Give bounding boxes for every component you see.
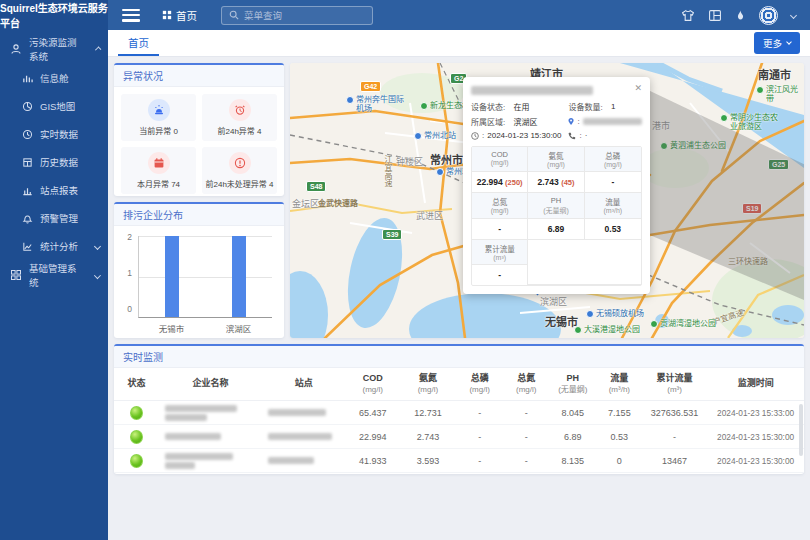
column-header: 站点 (262, 378, 345, 389)
header-home-link[interactable]: 首页 (162, 8, 197, 23)
x-axis-labels: 无锡市滨湖区 (138, 322, 272, 334)
sidebar-section-pollution-monitor[interactable]: 污染源监测系统 (0, 34, 108, 64)
table-scrollbar-thumb[interactable] (799, 404, 803, 456)
tp-cell: - (456, 456, 504, 466)
road-shield: S39 (382, 229, 402, 240)
metric-value: 2.743 (45) (528, 172, 584, 193)
monitor-table: 状态 企业名称 站点 COD(mg/l) 氨氮(mg/l) 总磷(mg/l) 总… (114, 368, 804, 473)
metric-header: COD(mg/l) (472, 147, 528, 172)
metric-value: - (472, 219, 528, 240)
station-cell (262, 409, 345, 416)
popup-metrics-table: COD(mg/l) 氨氮(mg/l) 总磷(mg/l) 22.994 (250)… (471, 146, 642, 286)
gis-map[interactable]: G42 G2 S229 S48 S39 S38 S19 G25 靖江市 南通市 … (290, 63, 804, 338)
map-poi-park: 贡湖湾湿地公园 (650, 319, 716, 328)
metric-header: 总氮(mg/l) (472, 193, 528, 219)
column-header: PH(无量纲) (549, 373, 597, 394)
map-label-district: 武进区 (416, 209, 443, 222)
tab-home[interactable]: 首页 (118, 30, 159, 56)
app-logo: Squirrel生态环境云服务平台 (0, 0, 108, 30)
sidebar-item-info-cabin[interactable]: 信息舱 (0, 64, 108, 92)
map-label-city: 常州市 (430, 151, 463, 167)
total-flow-cell: 13467 (642, 456, 708, 466)
time-cell: 2024-01-23 15:30:00 (707, 432, 804, 442)
status-online-dot (130, 454, 143, 468)
cod-cell: 65.437 (345, 408, 400, 418)
siren-icon (148, 99, 170, 121)
flame-icon[interactable] (735, 9, 746, 22)
park-marker-icon (650, 320, 658, 328)
time-cell: 2024-01-23 15:33:00 (707, 408, 804, 418)
chevron-up-icon (95, 46, 101, 52)
user-menu-chevron-icon[interactable] (790, 11, 797, 18)
metric-header: PH(无量纲) (528, 193, 584, 219)
search-input[interactable] (244, 10, 365, 21)
column-header: 总磷(mg/l) (456, 373, 504, 394)
more-button[interactable]: 更多 (754, 32, 800, 54)
map-label-district: 钟楼区 (396, 155, 423, 168)
popup-close-icon[interactable]: ✕ (634, 84, 642, 93)
metric-value: 0.53 (585, 219, 641, 240)
table-row[interactable]: 22.994 2.743 - - 6.89 0.53 - 2024-01-23 … (114, 425, 804, 449)
table-row[interactable]: 65.437 12.731 - - 8.045 7.155 327636.531… (114, 401, 804, 425)
flow-cell: 0 (597, 456, 642, 466)
alarm-clock-icon (229, 99, 251, 121)
realtime-monitor-panel: 实时监测 状态 企业名称 站点 COD(mg/l) 氨氮(mg/l) 总磷(mg… (114, 344, 804, 474)
main-content: 异常状况 当前异常 0 前24h异常 4 (108, 57, 810, 540)
tab-bar: 首页 更多 (108, 30, 810, 57)
card-24h-abnormal[interactable]: 前24h异常 4 (202, 94, 277, 141)
base-system-icon (10, 269, 22, 281)
chevron-down-icon (94, 272, 101, 279)
sidebar-item-realtime-data[interactable]: 实时数据 (0, 120, 108, 148)
history-grid-icon (22, 157, 33, 168)
map-poi-airport: 无锡硕放机场 (586, 309, 644, 318)
x-tick-label: 滨湖区 (226, 322, 252, 334)
airport-marker-icon (586, 310, 594, 318)
report-columns-icon (22, 185, 33, 196)
ph-cell: 8.135 (549, 456, 597, 466)
sidebar-item-warning-mgmt[interactable]: 预警管理 (0, 204, 108, 232)
station-cell (262, 433, 345, 440)
theme-shirt-icon[interactable] (681, 9, 695, 22)
menu-search[interactable] (221, 6, 373, 25)
sidebar-section-label: 污染源监测系统 (29, 35, 82, 63)
sidebar-item-history-data[interactable]: 历史数据 (0, 148, 108, 176)
sidebar-item-gis-map[interactable]: GIS地图 (0, 92, 108, 120)
bar-滨湖区 (232, 236, 246, 317)
sidebar-item-stat-analysis[interactable]: 统计分析 (0, 232, 108, 260)
line-chart-icon (22, 241, 33, 252)
chevron-down-icon (786, 39, 792, 45)
metric-value: - (585, 172, 641, 193)
map-poi-station: 常州北站 (414, 131, 456, 140)
company-name-cell (159, 433, 263, 440)
panel-title: 排污企业分布 (114, 204, 284, 226)
sidebar-section-base-mgmt[interactable]: 基础管理系统 (0, 260, 108, 290)
metric-value: 22.994 (250) (472, 172, 528, 193)
column-header: 状态 (114, 378, 159, 389)
redacted-company-name (471, 86, 593, 95)
layout-panels-icon[interactable] (708, 9, 722, 22)
top-header: Squirrel生态环境云服务平台 首页 (0, 0, 810, 30)
status-cell (114, 454, 159, 468)
tn-cell: - (504, 408, 549, 418)
airport-marker-icon (346, 96, 354, 104)
avatar[interactable] (759, 6, 778, 25)
menu-toggle-icon[interactable] (122, 9, 140, 22)
abnormal-status-panel: 异常状况 当前异常 0 前24h异常 4 (114, 63, 284, 196)
table-row[interactable]: 41.933 3.593 - - 8.135 0 13467 2024-01-2… (114, 449, 804, 473)
header-actions (681, 6, 810, 25)
card-month-abnormal[interactable]: 本月异常 74 (121, 147, 196, 194)
sidebar-item-station-report[interactable]: 站点报表 (0, 176, 108, 204)
x-tick-label: 无锡市 (159, 322, 185, 334)
metric-empty-cell (528, 240, 641, 285)
nh3n-cell: 3.593 (400, 456, 455, 466)
park-marker-icon (720, 114, 728, 122)
column-header: 累计流量(m³) (642, 373, 708, 394)
header-home-label: 首页 (176, 8, 197, 23)
status-cell (114, 430, 159, 444)
cod-cell: 41.933 (345, 456, 400, 466)
column-header: 氨氮(mg/l) (400, 373, 455, 394)
cod-cell: 22.994 (345, 432, 400, 442)
card-current-abnormal[interactable]: 当前异常 0 (121, 94, 196, 141)
popup-device-info: 设备状态: 在用 设备数量: 1 所属区域: 滨湖区 : : 2024-01-2… (471, 101, 642, 140)
card-24h-unhandled-abnormal[interactable]: 前24h未处理异常 4 (202, 147, 277, 194)
